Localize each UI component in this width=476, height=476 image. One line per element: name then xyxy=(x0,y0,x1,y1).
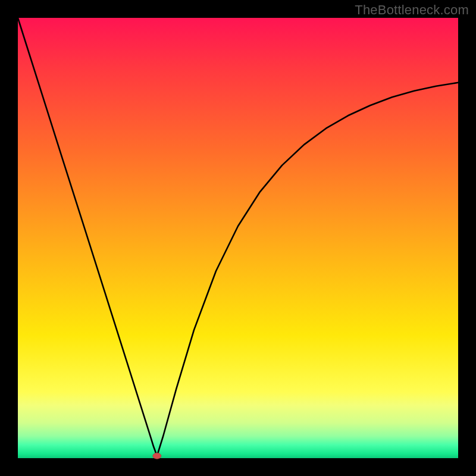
chart-frame: TheBottleneck.com xyxy=(0,0,476,476)
plot-area xyxy=(18,18,458,458)
curve-line xyxy=(18,18,458,456)
chart-svg xyxy=(18,18,458,458)
optimum-marker xyxy=(153,453,161,459)
watermark-text: TheBottleneck.com xyxy=(355,2,469,18)
